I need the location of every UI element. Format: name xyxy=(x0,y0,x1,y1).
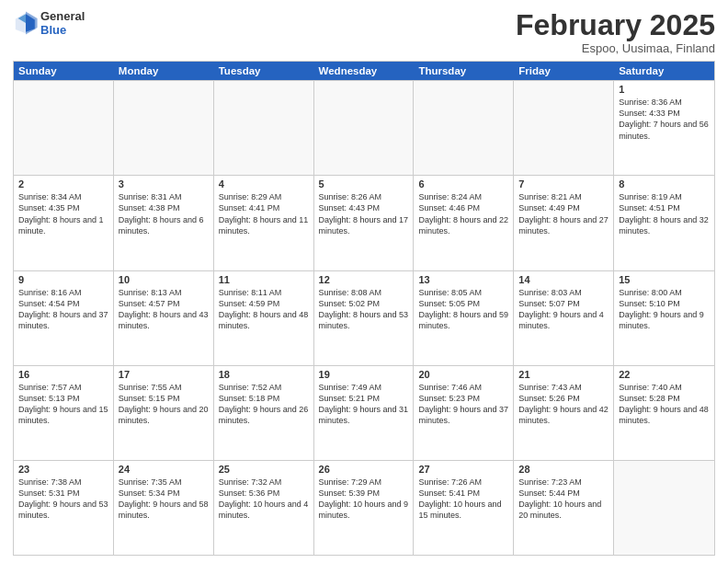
day-info: Sunrise: 8:31 AM Sunset: 4:38 PM Dayligh… xyxy=(119,191,209,236)
calendar-cell: 1Sunrise: 8:36 AM Sunset: 4:33 PM Daylig… xyxy=(614,81,714,175)
day-number: 20 xyxy=(418,369,508,380)
day-info: Sunrise: 8:00 AM Sunset: 5:10 PM Dayligh… xyxy=(619,287,710,332)
calendar-cell: 20Sunrise: 7:46 AM Sunset: 5:23 PM Dayli… xyxy=(414,366,514,460)
day-info: Sunrise: 7:46 AM Sunset: 5:23 PM Dayligh… xyxy=(418,382,508,427)
day-info: Sunrise: 8:05 AM Sunset: 5:05 PM Dayligh… xyxy=(418,287,508,332)
day-info: Sunrise: 7:38 AM Sunset: 5:31 PM Dayligh… xyxy=(18,477,108,522)
header-day: Wednesday xyxy=(314,62,415,80)
day-info: Sunrise: 8:36 AM Sunset: 4:33 PM Dayligh… xyxy=(619,97,710,142)
day-number: 23 xyxy=(18,464,108,475)
day-info: Sunrise: 7:57 AM Sunset: 5:13 PM Dayligh… xyxy=(18,382,108,427)
day-info: Sunrise: 7:29 AM Sunset: 5:39 PM Dayligh… xyxy=(319,477,409,522)
day-number: 27 xyxy=(418,464,508,475)
day-info: Sunrise: 8:03 AM Sunset: 5:07 PM Dayligh… xyxy=(518,287,609,332)
header-day: Monday xyxy=(114,62,214,80)
day-info: Sunrise: 7:35 AM Sunset: 5:34 PM Dayligh… xyxy=(119,477,209,522)
day-info: Sunrise: 7:32 AM Sunset: 5:36 PM Dayligh… xyxy=(219,477,309,522)
calendar: SundayMondayTuesdayWednesdayThursdayFrid… xyxy=(13,61,715,556)
header: General Blue February 2025 Espoo, Uusima… xyxy=(13,9,715,55)
day-number: 26 xyxy=(319,464,409,475)
day-info: Sunrise: 8:26 AM Sunset: 4:43 PM Dayligh… xyxy=(319,191,409,236)
day-info: Sunrise: 8:34 AM Sunset: 4:35 PM Dayligh… xyxy=(18,191,108,236)
calendar-cell: 17Sunrise: 7:55 AM Sunset: 5:15 PM Dayli… xyxy=(114,366,214,460)
day-number: 24 xyxy=(119,464,209,475)
day-info: Sunrise: 8:19 AM Sunset: 4:51 PM Dayligh… xyxy=(619,191,710,236)
calendar-header: SundayMondayTuesdayWednesdayThursdayFrid… xyxy=(14,62,714,80)
day-number: 8 xyxy=(619,178,710,190)
day-number: 1 xyxy=(619,84,710,95)
page: General Blue February 2025 Espoo, Uusima… xyxy=(0,0,728,563)
day-number: 13 xyxy=(418,274,508,285)
logo-blue: Blue xyxy=(40,23,85,37)
title-area: February 2025 Espoo, Uusimaa, Finland xyxy=(516,9,715,55)
calendar-cell: 15Sunrise: 8:00 AM Sunset: 5:10 PM Dayli… xyxy=(614,271,714,365)
calendar-cell: 18Sunrise: 7:52 AM Sunset: 5:18 PM Dayli… xyxy=(214,366,314,460)
day-number: 28 xyxy=(518,464,609,475)
day-number: 3 xyxy=(119,178,209,190)
day-info: Sunrise: 7:23 AM Sunset: 5:44 PM Dayligh… xyxy=(518,477,609,522)
calendar-cell: 2Sunrise: 8:34 AM Sunset: 4:35 PM Daylig… xyxy=(14,176,114,270)
logo-area: General Blue xyxy=(13,9,85,37)
calendar-cell: 5Sunrise: 8:26 AM Sunset: 4:43 PM Daylig… xyxy=(314,176,415,270)
day-number: 7 xyxy=(518,178,609,190)
day-number: 19 xyxy=(319,369,409,380)
day-info: Sunrise: 7:40 AM Sunset: 5:28 PM Dayligh… xyxy=(619,382,710,427)
day-info: Sunrise: 8:16 AM Sunset: 4:54 PM Dayligh… xyxy=(18,287,108,332)
day-info: Sunrise: 8:08 AM Sunset: 5:02 PM Dayligh… xyxy=(319,287,409,332)
day-info: Sunrise: 8:29 AM Sunset: 4:41 PM Dayligh… xyxy=(219,191,309,236)
calendar-cell: 23Sunrise: 7:38 AM Sunset: 5:31 PM Dayli… xyxy=(14,461,114,555)
day-info: Sunrise: 7:43 AM Sunset: 5:26 PM Dayligh… xyxy=(518,382,609,427)
day-number: 18 xyxy=(219,369,309,380)
day-number: 22 xyxy=(619,369,710,380)
calendar-cell xyxy=(214,81,314,175)
calendar-cell: 21Sunrise: 7:43 AM Sunset: 5:26 PM Dayli… xyxy=(514,366,614,460)
calendar-cell: 8Sunrise: 8:19 AM Sunset: 4:51 PM Daylig… xyxy=(614,176,714,270)
calendar-cell: 25Sunrise: 7:32 AM Sunset: 5:36 PM Dayli… xyxy=(214,461,314,555)
calendar-cell: 10Sunrise: 8:13 AM Sunset: 4:57 PM Dayli… xyxy=(114,271,214,365)
calendar-row: 23Sunrise: 7:38 AM Sunset: 5:31 PM Dayli… xyxy=(14,460,714,555)
calendar-cell: 4Sunrise: 8:29 AM Sunset: 4:41 PM Daylig… xyxy=(214,176,314,270)
calendar-row: 2Sunrise: 8:34 AM Sunset: 4:35 PM Daylig… xyxy=(14,175,714,270)
calendar-cell: 6Sunrise: 8:24 AM Sunset: 4:46 PM Daylig… xyxy=(414,176,514,270)
calendar-cell: 7Sunrise: 8:21 AM Sunset: 4:49 PM Daylig… xyxy=(514,176,614,270)
day-number: 10 xyxy=(119,274,209,285)
logo-icon xyxy=(13,10,39,36)
calendar-cell: 24Sunrise: 7:35 AM Sunset: 5:34 PM Dayli… xyxy=(114,461,214,555)
logo-general: General xyxy=(40,9,85,23)
calendar-row: 16Sunrise: 7:57 AM Sunset: 5:13 PM Dayli… xyxy=(14,365,714,460)
calendar-cell: 11Sunrise: 8:11 AM Sunset: 4:59 PM Dayli… xyxy=(214,271,314,365)
logo-text: General Blue xyxy=(40,9,85,37)
day-number: 5 xyxy=(319,178,409,190)
day-number: 16 xyxy=(18,369,108,380)
day-number: 12 xyxy=(319,274,409,285)
calendar-cell xyxy=(314,81,415,175)
calendar-cell: 13Sunrise: 8:05 AM Sunset: 5:05 PM Dayli… xyxy=(414,271,514,365)
calendar-cell: 16Sunrise: 7:57 AM Sunset: 5:13 PM Dayli… xyxy=(14,366,114,460)
calendar-cell: 26Sunrise: 7:29 AM Sunset: 5:39 PM Dayli… xyxy=(314,461,415,555)
month-title: February 2025 xyxy=(516,9,715,41)
calendar-cell: 12Sunrise: 8:08 AM Sunset: 5:02 PM Dayli… xyxy=(314,271,415,365)
header-day: Tuesday xyxy=(214,62,314,80)
calendar-cell xyxy=(514,81,614,175)
day-number: 6 xyxy=(418,178,508,190)
calendar-cell: 22Sunrise: 7:40 AM Sunset: 5:28 PM Dayli… xyxy=(614,366,714,460)
day-info: Sunrise: 8:21 AM Sunset: 4:49 PM Dayligh… xyxy=(518,191,609,236)
day-info: Sunrise: 8:13 AM Sunset: 4:57 PM Dayligh… xyxy=(119,287,209,332)
location: Espoo, Uusimaa, Finland xyxy=(516,41,715,55)
day-info: Sunrise: 7:52 AM Sunset: 5:18 PM Dayligh… xyxy=(219,382,309,427)
day-info: Sunrise: 7:26 AM Sunset: 5:41 PM Dayligh… xyxy=(418,477,508,522)
day-number: 25 xyxy=(219,464,309,475)
calendar-cell xyxy=(614,461,714,555)
day-number: 9 xyxy=(18,274,108,285)
day-number: 17 xyxy=(119,369,209,380)
calendar-cell xyxy=(114,81,214,175)
calendar-body: 1Sunrise: 8:36 AM Sunset: 4:33 PM Daylig… xyxy=(14,80,714,555)
calendar-cell xyxy=(14,81,114,175)
header-day: Saturday xyxy=(614,62,714,80)
day-info: Sunrise: 8:11 AM Sunset: 4:59 PM Dayligh… xyxy=(219,287,309,332)
calendar-cell: 14Sunrise: 8:03 AM Sunset: 5:07 PM Dayli… xyxy=(514,271,614,365)
calendar-cell: 9Sunrise: 8:16 AM Sunset: 4:54 PM Daylig… xyxy=(14,271,114,365)
day-number: 4 xyxy=(219,178,309,190)
calendar-cell: 27Sunrise: 7:26 AM Sunset: 5:41 PM Dayli… xyxy=(414,461,514,555)
calendar-cell: 28Sunrise: 7:23 AM Sunset: 5:44 PM Dayli… xyxy=(514,461,614,555)
